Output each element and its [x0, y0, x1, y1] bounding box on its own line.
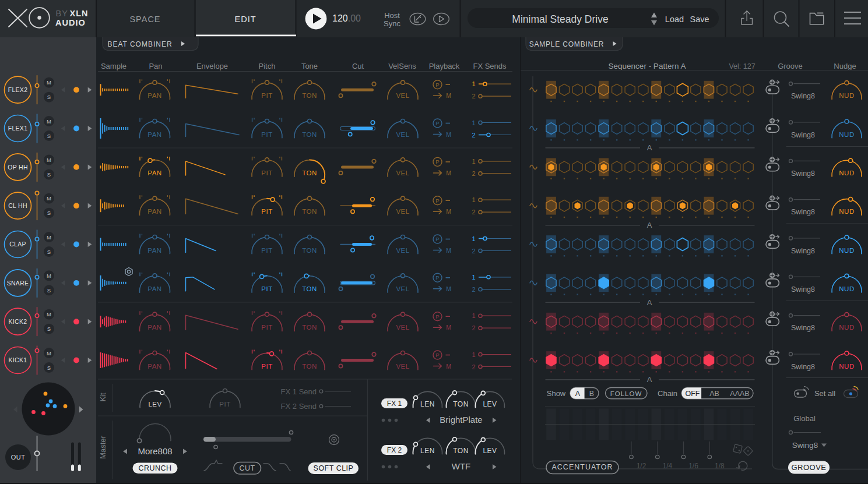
svg-text:AUDIO: AUDIO [55, 18, 86, 27]
svg-text:M: M [446, 324, 451, 331]
svg-text:PAN: PAN [147, 208, 161, 215]
svg-text:P: P [435, 352, 439, 358]
svg-text:TON: TON [302, 363, 317, 370]
svg-text:PAN: PAN [147, 363, 161, 370]
svg-text:LEN: LEN [420, 400, 435, 408]
svg-text:VEL: VEL [396, 169, 409, 176]
svg-text:P: P [435, 197, 439, 204]
svg-text:PIT: PIT [261, 92, 272, 99]
svg-text:1/2: 1/2 [637, 462, 646, 470]
svg-text:KICK1: KICK1 [9, 356, 27, 363]
svg-text:1/8: 1/8 [715, 462, 725, 470]
svg-text:Show: Show [547, 389, 566, 398]
svg-text:M: M [446, 363, 451, 370]
svg-text:LEN: LEN [420, 447, 435, 455]
svg-text:1: 1 [472, 351, 475, 358]
svg-text:M: M [446, 92, 451, 99]
svg-text:1: 1 [472, 274, 475, 281]
svg-text:Tone: Tone [301, 62, 318, 70]
svg-text:Master: Master [99, 435, 107, 458]
svg-text:S: S [47, 365, 51, 371]
svg-text:2: 2 [472, 248, 475, 255]
svg-text:EDIT: EDIT [234, 15, 256, 24]
svg-text:M: M [47, 311, 51, 317]
svg-text:PIT: PIT [261, 131, 272, 138]
svg-text:Host: Host [384, 11, 400, 20]
svg-text:WTF: WTF [452, 461, 470, 471]
svg-text:VEL: VEL [396, 324, 409, 331]
svg-text:PAN: PAN [147, 285, 161, 292]
svg-text:OFF: OFF [686, 390, 700, 398]
svg-text:BEAT COMBINER: BEAT COMBINER [107, 40, 172, 48]
svg-text:CRUNCH: CRUNCH [138, 464, 171, 472]
svg-text:Minimal Steady Drive: Minimal Steady Drive [512, 13, 608, 25]
svg-text:Envelope: Envelope [196, 62, 228, 70]
svg-text:Pan: Pan [149, 62, 162, 70]
svg-text:TON: TON [453, 447, 469, 455]
svg-text:P: P [435, 236, 439, 242]
svg-text:NUD: NUD [839, 247, 854, 254]
svg-text:PAN: PAN [147, 92, 161, 99]
svg-text:VEL: VEL [396, 247, 409, 254]
svg-text:M: M [446, 208, 451, 215]
svg-text:1/4: 1/4 [662, 462, 672, 470]
svg-text:P: P [435, 82, 439, 88]
svg-text:M: M [446, 169, 451, 176]
svg-text:S: S [47, 249, 51, 255]
svg-text:Pitch: Pitch [259, 62, 276, 70]
svg-text:Swing8: Swing8 [791, 208, 815, 216]
svg-text:FX 1 Send: FX 1 Send [281, 387, 317, 396]
svg-text:LEV: LEV [483, 400, 497, 408]
svg-text:1: 1 [472, 312, 475, 319]
svg-text:PIT: PIT [261, 285, 272, 292]
svg-text:FX 2 Send: FX 2 Send [281, 402, 317, 411]
svg-text:Load: Load [665, 15, 684, 24]
svg-text:2: 2 [472, 93, 475, 100]
svg-text:TON: TON [302, 92, 317, 99]
svg-text:FLEX1: FLEX1 [8, 125, 28, 132]
svg-text:PIT: PIT [261, 169, 272, 176]
svg-text:M: M [446, 131, 451, 138]
svg-text:M: M [47, 118, 51, 125]
svg-text:AB: AB [709, 390, 719, 398]
svg-text:AAAB: AAAB [730, 390, 749, 398]
svg-text:SAMPLE COMBINER: SAMPLE COMBINER [529, 40, 605, 48]
svg-text:KICK2: KICK2 [9, 318, 27, 325]
svg-text:FX 2: FX 2 [387, 446, 402, 454]
svg-text:NUD: NUD [839, 324, 854, 331]
svg-text:Cut: Cut [352, 62, 364, 70]
svg-text:Swing8: Swing8 [792, 441, 818, 450]
svg-text:B: B [589, 390, 594, 398]
svg-text:TON: TON [453, 400, 469, 408]
svg-text:PAN: PAN [147, 169, 161, 176]
svg-text:1: 1 [472, 158, 475, 165]
svg-text:PIT: PIT [261, 247, 272, 254]
svg-text:FLEX2: FLEX2 [8, 86, 28, 93]
svg-text:PAN: PAN [147, 324, 161, 331]
svg-text:VelSens: VelSens [388, 62, 416, 70]
svg-text:Save: Save [690, 15, 709, 24]
svg-text:ACCENTUATOR: ACCENTUATOR [552, 463, 613, 471]
svg-text:Kit: Kit [99, 393, 107, 402]
svg-text:S: S [47, 326, 51, 332]
svg-text:PIT: PIT [261, 363, 272, 370]
svg-text:NUD: NUD [839, 285, 854, 292]
svg-text:NUD: NUD [839, 131, 854, 138]
svg-text:A: A [647, 298, 652, 307]
svg-text:SOFT CLIP: SOFT CLIP [314, 464, 354, 472]
svg-text:2: 2 [472, 324, 475, 331]
svg-text:2: 2 [472, 363, 475, 370]
svg-text:M: M [47, 79, 51, 86]
svg-text:S: S [47, 133, 51, 139]
svg-text:PIT: PIT [261, 208, 272, 215]
svg-text:NUD: NUD [839, 169, 854, 176]
svg-text:P: P [435, 158, 439, 165]
svg-text:CL HH: CL HH [8, 202, 27, 209]
svg-text:NUD: NUD [839, 363, 854, 370]
svg-text:Chain: Chain [658, 389, 677, 398]
svg-text:S: S [47, 287, 51, 294]
svg-text:CUT: CUT [239, 464, 255, 472]
svg-text:Swing8: Swing8 [791, 131, 815, 139]
svg-text:Swing8: Swing8 [791, 324, 815, 332]
svg-text:P: P [435, 274, 439, 281]
